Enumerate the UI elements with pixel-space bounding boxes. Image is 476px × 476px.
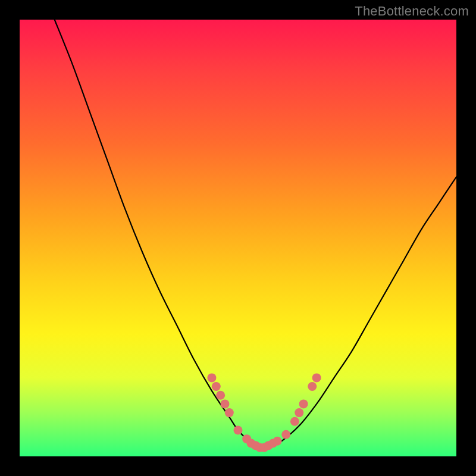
cluster-dot [225, 408, 234, 417]
cluster-dot [281, 430, 290, 439]
cluster-dot [273, 437, 282, 446]
cluster-dot [234, 425, 243, 434]
cluster-dot [207, 373, 216, 382]
bottleneck-curve [55, 20, 456, 447]
cluster-dot [220, 399, 229, 408]
cluster-dot [308, 382, 317, 391]
outer-frame: TheBottleneck.com [0, 0, 476, 476]
cluster-dot [216, 391, 225, 400]
watermark-text: TheBottleneck.com [355, 4, 469, 19]
cluster-dot [312, 373, 321, 382]
chart-svg [20, 20, 456, 456]
cluster-dot [295, 408, 303, 417]
cluster-dot [299, 399, 308, 408]
plot-area [20, 20, 456, 456]
cluster-dot [212, 382, 221, 391]
cluster-dots [207, 373, 321, 452]
cluster-dot [290, 417, 299, 426]
